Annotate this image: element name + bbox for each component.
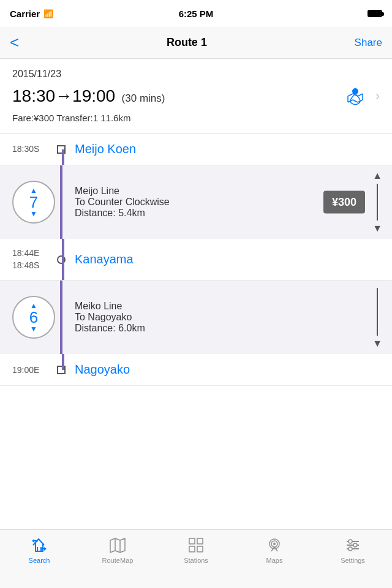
svg-line-7: [353, 100, 358, 102]
station-row-3: 19:00E Nagoyako: [0, 354, 392, 386]
route-summary: 2015/11/23 18:30→19:00 (30 mins): [0, 59, 392, 134]
tab-stations[interactable]: Stations: [157, 536, 235, 564]
station-name-2[interactable]: Kanayama: [75, 252, 134, 266]
routemap-icon: [109, 536, 126, 554]
fare-arrow-down-icon: ▼: [372, 223, 382, 234]
segment-row-2: ▲ 6 ▼ Meiko Line To Nagoyako Distance: 6…: [0, 281, 392, 354]
segment-line-col-1: [55, 165, 67, 239]
route-duration: (30 mins): [122, 92, 165, 104]
stops-circle-1[interactable]: ▲ 7 ▼: [12, 181, 55, 224]
segment-direction-2: To Nagoyako: [75, 312, 380, 323]
carrier-label: Carrier: [10, 9, 40, 19]
tab-routemap[interactable]: RouteMap: [78, 536, 157, 564]
svg-point-26: [349, 547, 352, 551]
stops-number-1: 7: [29, 194, 38, 210]
fare-arrow-down-icon-2: ▼: [372, 338, 382, 349]
station-indicator-2: [55, 255, 67, 264]
tab-bar: Search RouteMap Stations: [0, 529, 392, 588]
arrow-down-icon: ▼: [30, 210, 37, 217]
nav-bar: < Route 1 Share: [0, 27, 392, 59]
arrow-down-icon-2: ▼: [30, 325, 37, 333]
stations-icon: [187, 536, 205, 554]
content-area: 2015/11/23 18:30→19:00 (30 mins): [0, 59, 392, 529]
fare-badge-1: ¥300: [323, 191, 365, 214]
stops-number-2: 6: [29, 309, 38, 325]
segment-row-1: ▲ 7 ▼ Meijo Line To Counter Clockwise Di…: [0, 165, 392, 239]
status-time: 6:25 PM: [179, 9, 214, 19]
segment-line-name-2: Meiko Line: [75, 301, 380, 312]
tab-settings[interactable]: Settings: [314, 536, 392, 564]
status-bar: Carrier 📶 6:25 PM: [0, 0, 392, 27]
station-indicator-3: [55, 366, 67, 374]
station-name-3[interactable]: Nagoyako: [75, 363, 130, 377]
stops-circle-2[interactable]: ▲ 6 ▼: [12, 296, 55, 339]
segment-info-2: Meiko Line To Nagoyako Distance: 6.0km: [75, 281, 380, 354]
share-button[interactable]: Share: [355, 37, 382, 49]
station-name-1[interactable]: Meijo Koen: [75, 142, 136, 156]
svg-rect-14: [189, 538, 195, 544]
wifi-icon: 📶: [43, 9, 53, 18]
station-time-2: 18:44E18:48S: [12, 247, 55, 271]
svg-point-25: [353, 543, 357, 547]
fare-arrow-up-icon: ▲: [372, 170, 382, 181]
station-time-3: 19:00E: [12, 364, 55, 375]
page-title: Route 1: [167, 36, 207, 49]
segment-left-2: ▲ 6 ▼: [12, 281, 55, 354]
svg-rect-16: [189, 546, 195, 552]
settings-icon: [344, 536, 361, 554]
search-icon: [31, 536, 48, 554]
svg-rect-15: [197, 538, 203, 544]
tab-search[interactable]: Search: [0, 536, 78, 564]
route-date: 2015/11/23: [12, 69, 380, 80]
tab-settings-label: Settings: [341, 557, 365, 564]
maps-icon: [266, 536, 283, 554]
station-indicator-1: [55, 145, 67, 154]
tab-stations-label: Stations: [184, 557, 208, 564]
svg-marker-11: [110, 538, 125, 552]
tab-search-label: Search: [29, 557, 50, 564]
svg-line-3: [358, 94, 363, 96]
station-row: 18:30S Meijo Koen: [0, 134, 392, 165]
tab-routemap-label: RouteMap: [102, 557, 134, 564]
route-timeline: 18:30S Meijo Koen ▲ 7 ▼ Meijo Line To Co…: [0, 134, 392, 386]
svg-rect-17: [197, 546, 203, 552]
route-fare: Fare:¥300 Transfer:1 11.6km: [12, 113, 380, 123]
battery-icon: [368, 10, 382, 17]
segment-line-col-2: [55, 281, 67, 354]
svg-point-24: [349, 540, 352, 543]
tab-maps-label: Maps: [266, 557, 283, 564]
station-row-2: 18:44E18:48S Kanayama: [0, 239, 392, 281]
tab-maps[interactable]: Maps: [235, 536, 314, 564]
svg-point-19: [273, 543, 276, 545]
map-icon-button[interactable]: [341, 82, 369, 110]
route-time: 18:30→19:00: [12, 86, 115, 105]
map-icon: [344, 85, 366, 107]
segment-left-1: ▲ 7 ▼: [12, 165, 55, 239]
svg-line-1: [348, 94, 353, 96]
chevron-right-icon: ›: [375, 88, 380, 104]
station-time-1: 18:30S: [12, 143, 55, 154]
back-button[interactable]: <: [10, 33, 19, 52]
segment-distance-2: Distance: 6.0km: [75, 323, 380, 334]
